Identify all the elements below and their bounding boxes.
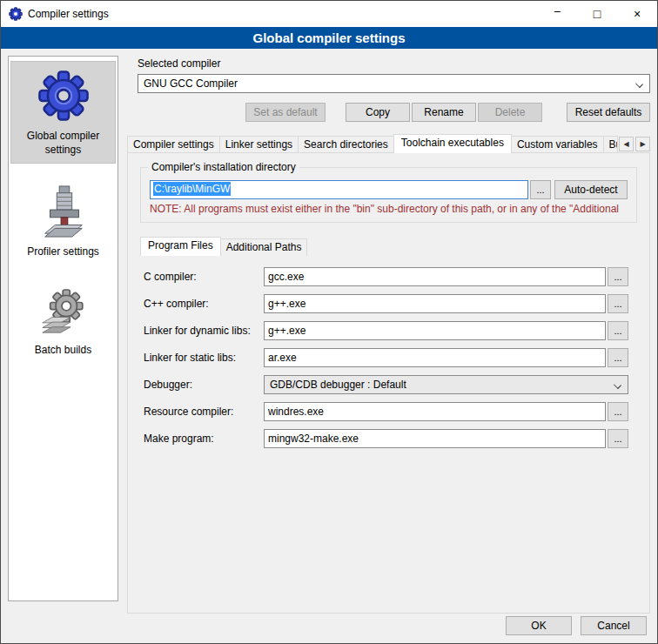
browse-button[interactable]: ... bbox=[608, 294, 628, 313]
browse-button[interactable]: ... bbox=[608, 321, 628, 340]
cpp-compiler-input[interactable] bbox=[264, 294, 606, 313]
tab-scroll-left-button[interactable]: ◀ bbox=[619, 137, 634, 151]
titlebar: Compiler settings − □ × bbox=[1, 1, 657, 27]
sidebar-item-batch-builds[interactable]: Batch builds bbox=[10, 279, 116, 364]
field-label: Make program: bbox=[144, 433, 264, 445]
installation-directory-group: Compiler's installation directory C:\ray… bbox=[140, 167, 637, 223]
make-program-input[interactable] bbox=[264, 429, 606, 448]
tab-custom-variables[interactable]: Custom variables bbox=[511, 136, 604, 153]
program-tabs: Program Files Additional Paths bbox=[140, 237, 641, 256]
selected-compiler-label: Selected compiler bbox=[138, 57, 650, 70]
dialog-banner: Global compiler settings bbox=[1, 27, 657, 49]
dialog-footer: OK Cancel bbox=[506, 616, 647, 635]
c-compiler-input[interactable] bbox=[264, 267, 606, 286]
sidebar-item-label: Global compiler settings bbox=[13, 130, 113, 157]
settings-category-list: Global compiler settings Profiler settin… bbox=[8, 56, 118, 601]
note-text: NOTE: All programs must exist either in … bbox=[150, 203, 628, 215]
tab-search-directories[interactable]: Search directories bbox=[298, 136, 394, 153]
blue-gear-icon bbox=[37, 69, 91, 123]
field-row-make-program: Make program: ... bbox=[144, 429, 628, 448]
delete-button[interactable]: Delete bbox=[478, 103, 542, 122]
field-label: C compiler: bbox=[144, 271, 264, 283]
reset-defaults-button[interactable]: Reset defaults bbox=[567, 103, 650, 122]
subtab-additional-paths[interactable]: Additional Paths bbox=[220, 238, 308, 256]
chevron-down-icon bbox=[614, 381, 621, 389]
field-label: C++ compiler: bbox=[144, 298, 264, 310]
copy-button[interactable]: Copy bbox=[346, 103, 410, 122]
compiler-actions: Set as default Copy Rename Delete Reset … bbox=[127, 103, 650, 122]
linker-static-input[interactable] bbox=[264, 348, 606, 367]
profiler-tool-icon bbox=[37, 184, 91, 238]
toolchain-executables-page: Compiler's installation directory C:\ray… bbox=[127, 152, 650, 614]
tab-toolchain-executables[interactable]: Toolchain executables bbox=[393, 134, 512, 153]
ok-button[interactable]: OK bbox=[506, 616, 572, 635]
field-row-linker-dynamic: Linker for dynamic libs: ... bbox=[144, 321, 628, 340]
tab-scroll-right-button[interactable]: ▶ bbox=[635, 137, 650, 151]
browse-button[interactable]: ... bbox=[608, 402, 628, 421]
field-row-linker-static: Linker for static libs: ... bbox=[144, 348, 628, 367]
field-row-c-compiler: C compiler: ... bbox=[144, 267, 628, 286]
debugger-select[interactable]: GDB/CDB debugger : Default bbox=[264, 375, 628, 394]
field-row-resource-compiler: Resource compiler: ... bbox=[144, 402, 628, 421]
chevron-down-icon bbox=[635, 80, 643, 88]
maximize-button[interactable]: □ bbox=[577, 1, 617, 27]
gray-gear-stack-icon bbox=[38, 286, 89, 337]
auto-detect-button[interactable]: Auto-detect bbox=[554, 180, 628, 199]
compiler-tabs: Compiler settings Linker settings Search… bbox=[127, 134, 650, 153]
field-row-cpp-compiler: C++ compiler: ... bbox=[144, 294, 628, 313]
app-icon bbox=[9, 7, 23, 21]
sidebar-item-label: Profiler settings bbox=[27, 245, 99, 259]
browse-button[interactable]: ... bbox=[608, 348, 628, 367]
dialog-body: Global compiler settings Profiler settin… bbox=[1, 49, 657, 643]
field-label: Linker for static libs: bbox=[144, 352, 264, 364]
field-label: Resource compiler: bbox=[144, 406, 264, 418]
compiler-settings-window: { "colors": { "banner_bg": "#00519E", "n… bbox=[0, 0, 658, 644]
close-button[interactable]: × bbox=[617, 1, 657, 27]
program-files-page: C compiler: ... C++ compiler: ... Linker… bbox=[137, 256, 641, 448]
browse-directory-button[interactable]: ... bbox=[530, 180, 551, 199]
installation-directory-input[interactable]: C:\raylib\MinGW bbox=[150, 180, 528, 199]
window-title: Compiler settings bbox=[28, 8, 109, 20]
debugger-value: GDB/CDB debugger : Default bbox=[270, 379, 406, 391]
resource-compiler-input[interactable] bbox=[264, 402, 606, 421]
group-title: Compiler's installation directory bbox=[148, 161, 299, 173]
selected-text: C:\raylib\MinGW bbox=[153, 182, 231, 196]
selected-compiler-select[interactable]: GNU GCC Compiler bbox=[138, 74, 650, 93]
main-area: Selected compiler GNU GCC Compiler Set a… bbox=[127, 56, 650, 643]
tab-compiler-settings[interactable]: Compiler settings bbox=[127, 136, 220, 153]
field-row-debugger: Debugger: GDB/CDB debugger : Default bbox=[144, 375, 628, 394]
selected-compiler-value: GNU GCC Compiler bbox=[144, 77, 238, 90]
field-label: Debugger: bbox=[144, 379, 264, 391]
field-label: Linker for dynamic libs: bbox=[144, 325, 264, 337]
sidebar-item-label: Batch builds bbox=[35, 344, 91, 358]
minimize-button[interactable]: − bbox=[537, 1, 577, 27]
tab-linker-settings[interactable]: Linker settings bbox=[219, 136, 299, 153]
browse-button[interactable]: ... bbox=[608, 429, 628, 448]
browse-button[interactable]: ... bbox=[608, 267, 628, 286]
sidebar-item-profiler-settings[interactable]: Profiler settings bbox=[10, 178, 116, 265]
rename-button[interactable]: Rename bbox=[412, 103, 476, 122]
set-as-default-button[interactable]: Set as default bbox=[245, 103, 326, 122]
cancel-button[interactable]: Cancel bbox=[581, 616, 647, 635]
subtab-program-files[interactable]: Program Files bbox=[140, 237, 221, 256]
tab-build-options[interactable]: Build options bbox=[603, 136, 618, 153]
sidebar-item-global-compiler-settings[interactable]: Global compiler settings bbox=[10, 61, 116, 164]
linker-dynamic-input[interactable] bbox=[264, 321, 606, 340]
